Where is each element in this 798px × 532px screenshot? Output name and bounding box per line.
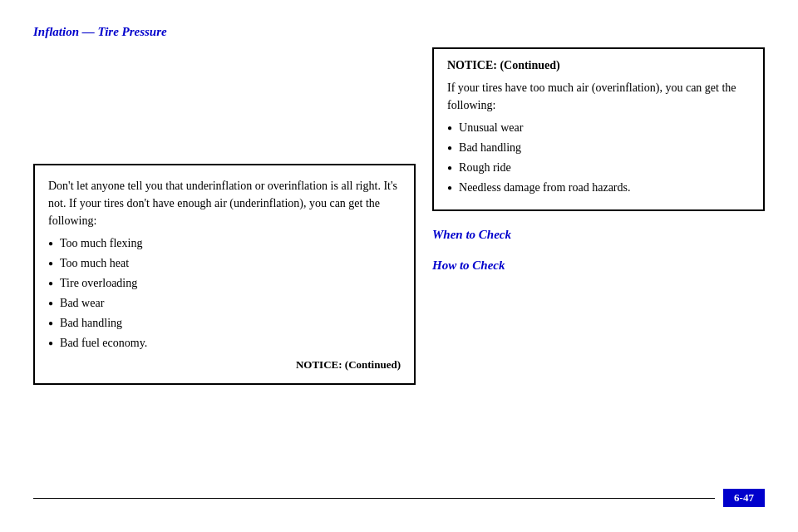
left-notice-list: Too much flexing Too much heat Tire over… xyxy=(48,234,401,352)
right-notice-intro: If your tires have too much air (overinf… xyxy=(447,79,750,114)
list-item: Needless damage from road hazards. xyxy=(447,179,750,196)
list-item: Rough ride xyxy=(447,159,750,176)
left-notice-continued: NOTICE: (Continued) xyxy=(48,358,401,372)
right-column: NOTICE: (Continued) If your tires have t… xyxy=(432,47,765,385)
right-notice-box: NOTICE: (Continued) If your tires have t… xyxy=(432,47,765,211)
list-item: Bad handling xyxy=(447,139,750,156)
left-notice-intro: Don't let anyone tell you that underinfl… xyxy=(48,177,401,229)
list-item: Bad wear xyxy=(48,294,401,312)
rule-line xyxy=(33,498,715,499)
page-number: 6-47 xyxy=(723,489,765,507)
page-title: Inflation — Tire Pressure xyxy=(33,25,765,39)
list-item: Too much flexing xyxy=(48,234,401,252)
when-to-check-link[interactable]: When to Check xyxy=(432,228,765,242)
list-item: Bad fuel economy. xyxy=(48,334,401,352)
list-item: Too much heat xyxy=(48,254,401,272)
right-notice-title: NOTICE: (Continued) xyxy=(447,59,750,72)
main-content: Don't let anyone tell you that underinfl… xyxy=(33,47,765,385)
left-top-space xyxy=(33,47,416,164)
left-column: Don't let anyone tell you that underinfl… xyxy=(33,47,416,385)
list-item: Bad handling xyxy=(48,314,401,332)
list-item: Tire overloading xyxy=(48,274,401,292)
left-notice-box: Don't let anyone tell you that underinfl… xyxy=(33,164,416,385)
right-notice-list: Unusual wear Bad handling Rough ride Nee… xyxy=(447,119,750,196)
bottom-rule: 6-47 xyxy=(33,489,765,507)
how-to-check-link[interactable]: How to Check xyxy=(432,259,765,273)
page-container: Inflation — Tire Pressure Don't let anyo… xyxy=(0,0,798,532)
list-item: Unusual wear xyxy=(447,119,750,136)
